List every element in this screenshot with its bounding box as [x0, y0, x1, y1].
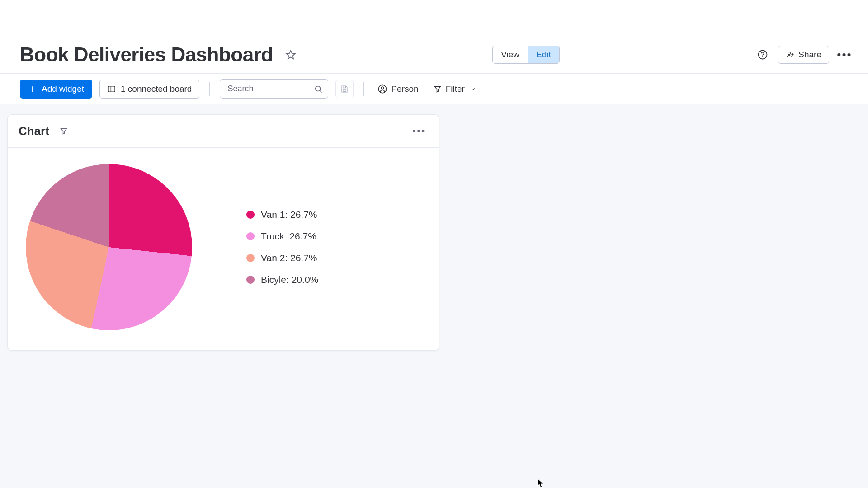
dashboard-header: Book Deliveries Dashboard View Edit Shar…: [0, 36, 868, 74]
svg-rect-4: [108, 86, 115, 92]
toolbar-divider-2: [363, 82, 364, 96]
dots-horizontal-icon: •••: [837, 48, 852, 62]
legend-item: Bicyle: 20.0%: [246, 274, 318, 285]
mode-view-button[interactable]: View: [493, 46, 528, 63]
filter-button[interactable]: Filter: [429, 80, 480, 98]
pie-chart: [26, 164, 192, 330]
legend-item: Truck: 26.7%: [246, 231, 318, 242]
legend-swatch: [246, 232, 255, 240]
save-view-button[interactable]: [335, 80, 354, 98]
window-chrome-blank: [0, 0, 868, 36]
legend-item: Van 2: 26.7%: [246, 253, 318, 263]
filter-icon: [433, 84, 442, 94]
person-icon: [377, 84, 387, 94]
widget-filter-button[interactable]: [57, 125, 70, 137]
share-button[interactable]: Share: [778, 46, 829, 64]
board-icon: [107, 84, 116, 94]
star-icon: [285, 49, 296, 60]
share-person-icon: [786, 50, 795, 59]
svg-point-2: [762, 56, 763, 57]
header-right: Share •••: [754, 46, 854, 64]
page-title: Book Deliveries Dashboard: [20, 43, 273, 66]
person-filter-button[interactable]: Person: [374, 80, 422, 98]
widget-body: Van 1: 26.7% Truck: 26.7% Van 2: 26.7% B…: [8, 148, 439, 350]
save-icon: [340, 84, 349, 94]
mode-edit-button[interactable]: Edit: [528, 46, 559, 63]
filter-outline-icon: [59, 127, 68, 136]
connected-boards-button[interactable]: 1 connected board: [99, 80, 199, 99]
favorite-button[interactable]: [283, 47, 298, 62]
legend-label: Bicyle: 20.0%: [261, 274, 318, 285]
legend-label: Van 1: 26.7%: [261, 209, 317, 220]
toolbar-divider: [209, 82, 210, 96]
add-widget-button[interactable]: + Add widget: [20, 80, 92, 99]
dashboard-toolbar: + Add widget 1 connected board Person Fi…: [0, 74, 868, 104]
widget-header: Chart •••: [8, 115, 439, 148]
svg-point-3: [788, 52, 791, 55]
help-icon: [757, 49, 768, 60]
search-wrap: [220, 79, 328, 99]
connected-boards-label: 1 connected board: [121, 84, 192, 94]
chart-legend: Van 1: 26.7% Truck: 26.7% Van 2: 26.7% B…: [246, 209, 318, 285]
svg-point-10: [382, 86, 384, 89]
plus-icon: +: [28, 84, 37, 94]
chevron-down-icon: [470, 86, 476, 92]
chart-widget[interactable]: Chart ••• Van 1: 26.7% Truck: 26.7%: [7, 114, 439, 351]
help-button[interactable]: [754, 46, 772, 64]
legend-item: Van 1: 26.7%: [246, 209, 318, 220]
legend-swatch: [246, 254, 255, 262]
header-left: Book Deliveries Dashboard: [20, 43, 298, 66]
legend-swatch: [246, 211, 255, 219]
widget-title: Chart: [19, 124, 49, 138]
add-widget-label: Add widget: [42, 84, 84, 94]
legend-label: Van 2: 26.7%: [261, 253, 317, 263]
search-input[interactable]: [220, 79, 328, 99]
person-label: Person: [391, 84, 418, 94]
filter-label: Filter: [446, 84, 465, 94]
svg-rect-8: [343, 89, 346, 91]
legend-label: Truck: 26.7%: [261, 231, 316, 242]
dots-horizontal-icon: •••: [412, 125, 425, 137]
dashboard-canvas[interactable]: Chart ••• Van 1: 26.7% Truck: 26.7%: [0, 104, 868, 488]
legend-swatch: [246, 276, 255, 284]
svg-marker-0: [286, 51, 295, 59]
widget-more-button[interactable]: •••: [410, 122, 428, 140]
share-label: Share: [798, 50, 821, 60]
mode-toggle: View Edit: [492, 46, 560, 64]
header-more-button[interactable]: •••: [835, 46, 854, 64]
